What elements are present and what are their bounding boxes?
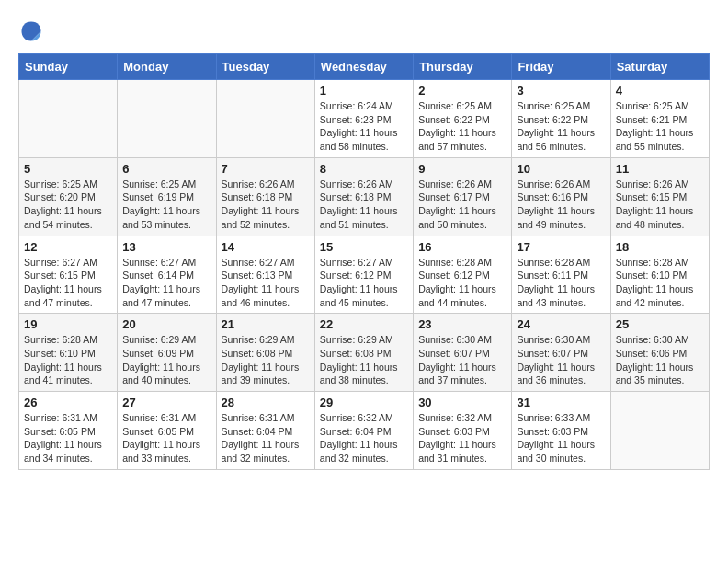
weekday-header: Friday	[512, 54, 610, 80]
weekday-header: Wednesday	[314, 54, 413, 80]
day-info: Sunrise: 6:32 AM Sunset: 6:04 PM Dayligh…	[320, 411, 408, 465]
day-info: Sunrise: 6:24 AM Sunset: 6:23 PM Dayligh…	[320, 99, 408, 154]
day-number: 15	[320, 240, 408, 254]
calendar-cell	[19, 80, 118, 158]
calendar-cell: 10Sunrise: 6:26 AM Sunset: 6:16 PM Dayli…	[512, 157, 610, 236]
calendar-cell: 16Sunrise: 6:28 AM Sunset: 6:12 PM Dayli…	[414, 236, 512, 314]
day-number: 23	[418, 317, 506, 331]
logo	[18, 18, 48, 44]
calendar-week-row: 5Sunrise: 6:25 AM Sunset: 6:20 PM Daylig…	[19, 157, 710, 236]
day-number: 29	[320, 396, 408, 409]
calendar-cell: 9Sunrise: 6:26 AM Sunset: 6:17 PM Daylig…	[414, 157, 512, 236]
calendar-cell: 30Sunrise: 6:32 AM Sunset: 6:03 PM Dayli…	[414, 392, 512, 470]
day-info: Sunrise: 6:26 AM Sunset: 6:18 PM Dayligh…	[222, 178, 310, 232]
calendar-cell: 31Sunrise: 6:33 AM Sunset: 6:03 PM Dayli…	[512, 392, 610, 470]
calendar-week-row: 26Sunrise: 6:31 AM Sunset: 6:05 PM Dayli…	[19, 392, 710, 470]
calendar-cell: 25Sunrise: 6:30 AM Sunset: 6:06 PM Dayli…	[610, 314, 709, 392]
day-number: 6	[122, 162, 210, 176]
weekday-header-row: SundayMondayTuesdayWednesdayThursdayFrid…	[19, 54, 710, 80]
calendar-cell: 29Sunrise: 6:32 AM Sunset: 6:04 PM Dayli…	[314, 392, 413, 470]
weekday-header: Thursday	[414, 54, 512, 80]
calendar-cell	[610, 392, 709, 470]
calendar-cell: 22Sunrise: 6:29 AM Sunset: 6:08 PM Dayli…	[314, 314, 413, 392]
day-number: 22	[320, 317, 408, 331]
day-info: Sunrise: 6:29 AM Sunset: 6:08 PM Dayligh…	[320, 333, 408, 387]
day-info: Sunrise: 6:25 AM Sunset: 6:21 PM Dayligh…	[616, 99, 704, 154]
calendar-cell: 13Sunrise: 6:27 AM Sunset: 6:14 PM Dayli…	[118, 236, 216, 314]
day-info: Sunrise: 6:29 AM Sunset: 6:09 PM Dayligh…	[122, 333, 210, 387]
day-number: 3	[517, 84, 605, 98]
day-info: Sunrise: 6:25 AM Sunset: 6:22 PM Dayligh…	[418, 99, 506, 154]
calendar-table: SundayMondayTuesdayWednesdayThursdayFrid…	[18, 53, 710, 470]
calendar-cell: 6Sunrise: 6:25 AM Sunset: 6:19 PM Daylig…	[118, 157, 216, 236]
logo-icon	[18, 18, 44, 44]
calendar-cell: 23Sunrise: 6:30 AM Sunset: 6:07 PM Dayli…	[414, 314, 512, 392]
day-info: Sunrise: 6:29 AM Sunset: 6:08 PM Dayligh…	[222, 333, 310, 387]
day-number: 27	[122, 396, 210, 409]
day-info: Sunrise: 6:27 AM Sunset: 6:14 PM Dayligh…	[122, 256, 210, 310]
day-info: Sunrise: 6:30 AM Sunset: 6:07 PM Dayligh…	[517, 333, 605, 387]
calendar-cell: 17Sunrise: 6:28 AM Sunset: 6:11 PM Dayli…	[512, 236, 610, 314]
calendar-cell: 7Sunrise: 6:26 AM Sunset: 6:18 PM Daylig…	[216, 157, 314, 236]
day-number: 10	[517, 162, 605, 176]
calendar-cell: 26Sunrise: 6:31 AM Sunset: 6:05 PM Dayli…	[19, 392, 118, 470]
day-info: Sunrise: 6:25 AM Sunset: 6:22 PM Dayligh…	[517, 99, 605, 154]
day-number: 20	[122, 317, 210, 331]
calendar-cell: 8Sunrise: 6:26 AM Sunset: 6:18 PM Daylig…	[314, 157, 413, 236]
day-info: Sunrise: 6:26 AM Sunset: 6:15 PM Dayligh…	[616, 178, 704, 232]
weekday-header: Saturday	[610, 54, 709, 80]
page-header	[18, 18, 710, 44]
calendar-cell: 27Sunrise: 6:31 AM Sunset: 6:05 PM Dayli…	[118, 392, 216, 470]
day-info: Sunrise: 6:32 AM Sunset: 6:03 PM Dayligh…	[418, 411, 506, 465]
calendar-cell: 18Sunrise: 6:28 AM Sunset: 6:10 PM Dayli…	[610, 236, 709, 314]
day-number: 25	[616, 317, 704, 331]
calendar-cell: 11Sunrise: 6:26 AM Sunset: 6:15 PM Dayli…	[610, 157, 709, 236]
calendar-cell	[216, 80, 314, 158]
day-number: 9	[418, 162, 506, 176]
calendar-cell: 21Sunrise: 6:29 AM Sunset: 6:08 PM Dayli…	[216, 314, 314, 392]
day-number: 28	[222, 396, 310, 409]
day-info: Sunrise: 6:27 AM Sunset: 6:12 PM Dayligh…	[320, 256, 408, 310]
day-info: Sunrise: 6:25 AM Sunset: 6:19 PM Dayligh…	[122, 178, 210, 232]
calendar-cell: 19Sunrise: 6:28 AM Sunset: 6:10 PM Dayli…	[19, 314, 118, 392]
calendar-cell: 5Sunrise: 6:25 AM Sunset: 6:20 PM Daylig…	[19, 157, 118, 236]
calendar-cell: 1Sunrise: 6:24 AM Sunset: 6:23 PM Daylig…	[314, 80, 413, 158]
day-info: Sunrise: 6:27 AM Sunset: 6:13 PM Dayligh…	[222, 256, 310, 310]
weekday-header: Tuesday	[216, 54, 314, 80]
day-number: 13	[122, 240, 210, 254]
calendar-cell: 3Sunrise: 6:25 AM Sunset: 6:22 PM Daylig…	[512, 80, 610, 158]
calendar-cell	[118, 80, 216, 158]
calendar-cell: 24Sunrise: 6:30 AM Sunset: 6:07 PM Dayli…	[512, 314, 610, 392]
day-number: 24	[517, 317, 605, 331]
day-info: Sunrise: 6:28 AM Sunset: 6:10 PM Dayligh…	[616, 256, 704, 310]
calendar-week-row: 1Sunrise: 6:24 AM Sunset: 6:23 PM Daylig…	[19, 80, 710, 158]
day-info: Sunrise: 6:31 AM Sunset: 6:05 PM Dayligh…	[24, 411, 112, 465]
day-info: Sunrise: 6:33 AM Sunset: 6:03 PM Dayligh…	[517, 411, 605, 465]
day-number: 8	[320, 162, 408, 176]
weekday-header: Monday	[118, 54, 216, 80]
calendar-cell: 20Sunrise: 6:29 AM Sunset: 6:09 PM Dayli…	[118, 314, 216, 392]
day-number: 5	[24, 162, 112, 176]
day-info: Sunrise: 6:26 AM Sunset: 6:17 PM Dayligh…	[418, 178, 506, 232]
weekday-header: Sunday	[19, 54, 118, 80]
day-number: 21	[222, 317, 310, 331]
day-number: 17	[517, 240, 605, 254]
day-info: Sunrise: 6:28 AM Sunset: 6:10 PM Dayligh…	[24, 333, 112, 387]
day-number: 11	[616, 162, 704, 176]
day-info: Sunrise: 6:30 AM Sunset: 6:06 PM Dayligh…	[616, 333, 704, 387]
day-info: Sunrise: 6:28 AM Sunset: 6:11 PM Dayligh…	[517, 256, 605, 310]
day-info: Sunrise: 6:25 AM Sunset: 6:20 PM Dayligh…	[24, 178, 112, 232]
day-info: Sunrise: 6:30 AM Sunset: 6:07 PM Dayligh…	[418, 333, 506, 387]
day-info: Sunrise: 6:26 AM Sunset: 6:18 PM Dayligh…	[320, 178, 408, 232]
calendar-cell: 28Sunrise: 6:31 AM Sunset: 6:04 PM Dayli…	[216, 392, 314, 470]
day-number: 4	[616, 84, 704, 98]
day-info: Sunrise: 6:26 AM Sunset: 6:16 PM Dayligh…	[517, 178, 605, 232]
calendar-week-row: 19Sunrise: 6:28 AM Sunset: 6:10 PM Dayli…	[19, 314, 710, 392]
calendar-cell: 14Sunrise: 6:27 AM Sunset: 6:13 PM Dayli…	[216, 236, 314, 314]
day-info: Sunrise: 6:28 AM Sunset: 6:12 PM Dayligh…	[418, 256, 506, 310]
day-number: 30	[418, 396, 506, 409]
day-number: 31	[517, 396, 605, 409]
day-info: Sunrise: 6:31 AM Sunset: 6:05 PM Dayligh…	[122, 411, 210, 465]
day-number: 16	[418, 240, 506, 254]
calendar-cell: 12Sunrise: 6:27 AM Sunset: 6:15 PM Dayli…	[19, 236, 118, 314]
